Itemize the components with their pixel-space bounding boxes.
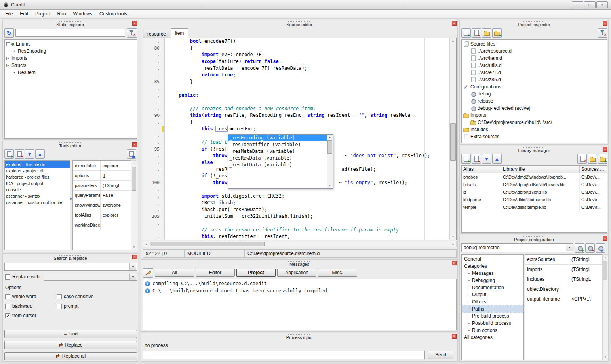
tree-item-src-item-d[interactable]: ..\src\item.d [462,55,607,62]
config-property-row[interactable]: objectDirectory [525,284,602,294]
code-line[interactable] [167,99,449,105]
maximize-button[interactable]: □ [584,1,596,8]
code-line[interactable]: bool encodee7F() [167,38,449,45]
tool-item[interactable]: explorer - this file dir [5,161,70,168]
scroll-down-icon[interactable]: ▼ [131,244,137,250]
filter-button-misc[interactable]: Misc. [318,269,357,277]
code-line[interactable]: } [167,78,449,85]
dock-grip[interactable] [288,261,310,262]
tree-item-resencoding[interactable]: +ResEncoding [5,48,137,55]
remove-source-button[interactable]: − [472,28,481,38]
message-row[interactable]: icompiling C:\...\build\resource.d.coedi… [143,280,456,287]
tree-item-imports[interactable]: Imports [462,112,607,119]
panel-close-icon[interactable]: × [452,334,457,339]
scroll-down-icon[interactable]: ▼ [603,354,608,360]
close-button[interactable]: × [596,1,608,8]
code-line[interactable] [167,85,449,92]
open-library-folder-button[interactable] [588,154,597,164]
inspector-tree[interactable]: Source files..\src\resource.d..\src\item… [461,39,607,143]
tree-item-resitem[interactable]: +ResItem [5,69,137,76]
config-tree[interactable]: GeneralCategoriesMessagesDebuggingDocume… [461,254,524,360]
category-categories[interactable]: Categories [462,263,523,270]
checkbox-backward[interactable]: backward [5,303,32,309]
tool-item[interactable]: IDA - project output [5,180,70,187]
tree-item-structs[interactable]: −Structs [5,62,137,69]
remove-tool-button[interactable]: − [15,149,24,159]
category-output[interactable]: Output [462,291,523,298]
inspector-filter-button[interactable]: × [598,28,607,38]
code-line[interactable]: { [167,45,449,51]
tree-item-src-z85-d[interactable]: ..\src\z85.d [462,76,607,83]
dock-grip[interactable] [59,142,82,143]
tool-property-row[interactable]: options[] [73,171,131,181]
panel-header[interactable]: Process input × [141,333,457,340]
add-source-button[interactable]: + [461,28,471,38]
category-others[interactable]: Others [462,298,523,305]
find-button[interactable]: ●●Find [4,330,137,338]
tree-item-src-utils-d[interactable]: ..\src\utils.d [462,62,607,69]
tree-item-src-e7f-d[interactable]: ..\src\e7F.d [462,69,607,76]
tab-resource[interactable]: resource [143,30,170,38]
editor-hscrollbar[interactable]: ◀ ▶ [143,241,457,247]
tree-item-enums[interactable]: −Enums [5,40,137,48]
checkbox-from-cursor[interactable]: from cursor [5,313,36,319]
category-documentation[interactable]: Documentation [462,284,523,291]
panel-close-icon[interactable]: × [603,147,607,152]
library-row[interactable]: templeC:\Dev\dlibs\temple.libC:\Dev\r... [462,204,607,211]
open-folder-button[interactable] [482,28,491,38]
category-pre-build-process[interactable]: Pre-build process [462,313,523,320]
panel-header[interactable]: Source editor × [141,20,457,27]
symbol-search-input[interactable] [15,29,125,37]
minimize-button[interactable]: – [572,1,583,8]
tool-item[interactable]: console [5,187,70,193]
code-line[interactable] [167,220,449,227]
category-run-options[interactable]: Run options [462,327,523,334]
tool-property-row[interactable]: queryParametFalse [73,191,131,200]
code-line[interactable]: // sets the resource identifier to the r… [167,227,449,233]
column-header-sources[interactable]: Sources ... [580,166,607,173]
menu-item-project[interactable]: Project [32,10,53,18]
panel-header[interactable]: Messages × [141,260,457,267]
completion-item[interactable]: _resRawData (variable) [228,155,327,162]
scroll-up-icon[interactable]: ▲ [327,135,333,140]
category-paths[interactable]: Paths [462,305,523,313]
tree-item-c-dev-dproj-resource-d-build-src[interactable]: C:\Dev\dproj\resource.d\build\..\src\ [462,119,607,126]
run-tool-button[interactable]: ▶ [127,149,136,159]
send-button[interactable]: Send [428,351,453,359]
tree-item-debug-redirected-active[interactable]: debug-redirected (active) [462,105,607,112]
tree-item-release[interactable]: release [462,97,607,105]
tree-item-extra-sources[interactable]: Extra sources [462,133,607,140]
dock-grip[interactable] [59,21,82,22]
tree-item-imports[interactable]: +Imports [5,55,137,62]
menu-item-run[interactable]: Run [53,10,69,18]
completion-item[interactable]: _resIdentifier (variable) [228,141,327,148]
library-row[interactable]: libdparseC:\Dev\dlibs\libdparse.libC:\De… [462,196,607,204]
hscroll-thumb[interactable] [150,242,265,246]
category-messages[interactable]: Messages [462,270,523,277]
config-grid-scrollbar[interactable]: ▲ ▼ [602,254,608,360]
menu-item-edit[interactable]: Edit [16,10,32,18]
static-explorer-tree[interactable]: −Enums+ResEncoding+Imports−Structs+ResIt… [4,39,137,139]
collapse-icon[interactable]: − [6,42,10,46]
scroll-up-icon[interactable]: ▲ [450,38,456,44]
code-line[interactable]: this(string resFile, ResEncoding resEnc,… [167,112,449,119]
remove-configuration-button[interactable]: − [585,243,595,253]
checkbox-case-sensitive[interactable]: case sensitive [57,293,93,300]
scroll-right-icon[interactable]: ▶ [451,241,456,247]
remove-library-button[interactable]: − [472,154,481,164]
tool-property-row[interactable]: workingDirect [73,220,131,230]
tools-grid-scrollbar[interactable]: ▲ ▼ [131,160,137,250]
filter-button-all[interactable]: All [155,269,194,277]
panel-header[interactable]: Library manager × [460,146,608,153]
add-folder-button[interactable]: + [492,28,502,38]
dock-grip[interactable] [288,21,310,22]
move-tool-down-button[interactable]: ▼ [25,149,34,159]
code-line[interactable]: import e7F: encode_7F; [167,51,449,58]
tool-item[interactable]: dscanner - custom opt for file [5,199,70,206]
category-all-categories[interactable]: All categories [462,334,523,341]
scroll-thumb[interactable] [603,261,607,280]
tree-item-source-files[interactable]: Source files [462,40,607,48]
tree-item-src-resource-d[interactable]: ..\src\resource.d [462,48,607,55]
completion-item[interactable]: _resTxtData (variable) [228,162,327,168]
menu-item-windows[interactable]: Windows [69,10,96,18]
